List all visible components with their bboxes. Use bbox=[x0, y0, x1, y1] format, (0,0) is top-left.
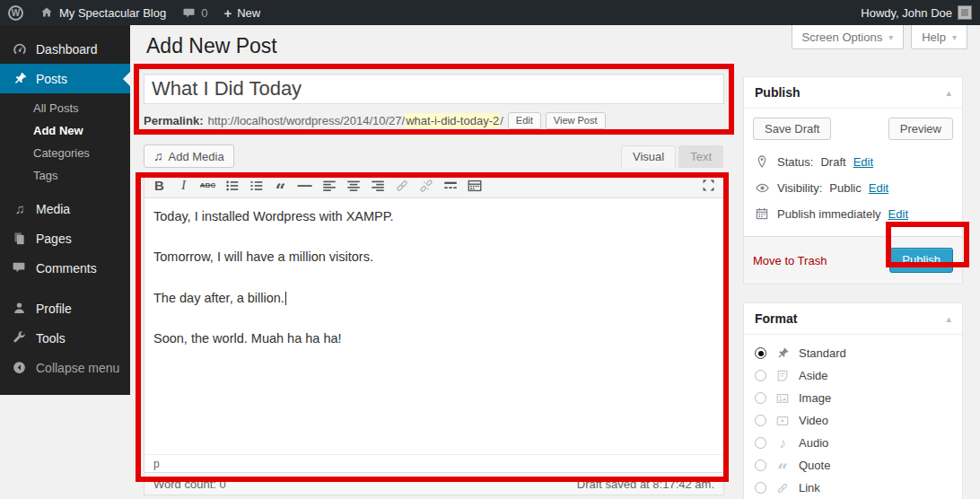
sidebar-item-label: Pages bbox=[36, 232, 72, 246]
strikethrough-button[interactable]: ABC bbox=[196, 175, 220, 197]
radio-button[interactable] bbox=[755, 460, 766, 471]
save-draft-button[interactable]: Save Draft bbox=[753, 118, 831, 140]
edit-permalink-button[interactable]: Edit bbox=[508, 112, 541, 129]
tab-visual[interactable]: Visual bbox=[621, 145, 676, 168]
italic-button[interactable]: I bbox=[171, 175, 196, 197]
align-right-button[interactable] bbox=[365, 175, 389, 197]
element-path-label[interactable]: p bbox=[153, 458, 160, 470]
editor-content[interactable]: Today, I installed Wordpress with XAMPP.… bbox=[144, 198, 723, 454]
sidebar-item-posts[interactable]: Posts bbox=[0, 64, 130, 93]
format-option-audio[interactable]: ♪ Audio bbox=[755, 432, 951, 454]
visibility-row: Visibility: Public Edit bbox=[753, 175, 953, 201]
avatar bbox=[958, 5, 972, 20]
publish-box-body: Save Draft Preview Status: Draft Edit bbox=[744, 109, 962, 231]
view-post-button[interactable]: View Post bbox=[546, 112, 606, 129]
admin-bar: W My Spectacular Blog 0 + New Howdy, Joh… bbox=[0, 0, 980, 25]
collapse-toggle-icon[interactable]: ▴ bbox=[946, 313, 951, 325]
radio-button[interactable] bbox=[755, 437, 766, 449]
profile-icon bbox=[12, 301, 28, 317]
edit-visibility-link[interactable]: Edit bbox=[869, 181, 888, 195]
format-box-title: Format bbox=[755, 311, 797, 326]
word-count: Word count: 0 bbox=[153, 477, 226, 491]
my-account-menu[interactable]: Howdy, John Doe bbox=[853, 0, 980, 25]
sidebar-item-profile[interactable]: Profile bbox=[0, 293, 130, 323]
format-option-video[interactable]: Video bbox=[755, 409, 951, 432]
audio-icon: ♪ bbox=[774, 435, 791, 451]
page-title: Add New Post bbox=[146, 34, 277, 58]
sidebar-item-categories[interactable]: Categories bbox=[0, 142, 130, 164]
status-label: Status: bbox=[777, 155, 813, 169]
format-option-image[interactable]: Image bbox=[755, 387, 951, 409]
unlink-icon bbox=[418, 178, 434, 194]
new-content-menu[interactable]: + New bbox=[215, 0, 268, 25]
blockquote-icon: “ bbox=[276, 186, 286, 195]
format-option-quote[interactable]: “ Quote bbox=[755, 454, 951, 477]
comments-bubble-link[interactable]: 0 bbox=[174, 0, 215, 25]
publish-metabox-header[interactable]: Publish ▴ bbox=[744, 77, 962, 109]
align-left-button[interactable] bbox=[317, 175, 341, 197]
radio-button[interactable] bbox=[755, 415, 766, 426]
fullscreen-button[interactable] bbox=[696, 175, 721, 197]
screen-meta: Screen Options ▾ Help ▾ bbox=[792, 25, 967, 49]
radio-button[interactable] bbox=[755, 347, 766, 359]
edit-schedule-link[interactable]: Edit bbox=[888, 207, 908, 221]
bullet-list-button[interactable] bbox=[220, 175, 244, 197]
permalink-row: Permalink: http://localhost/wordpress/20… bbox=[144, 112, 724, 129]
add-media-button[interactable]: ♫ Add Media bbox=[144, 144, 234, 168]
preview-button[interactable]: Preview bbox=[888, 118, 953, 140]
permalink-trailing-slash: / bbox=[500, 114, 503, 127]
add-media-label: Add Media bbox=[169, 150, 224, 163]
sidebar-item-add-new[interactable]: Add New bbox=[0, 119, 130, 142]
help-button[interactable]: Help ▾ bbox=[911, 25, 967, 49]
sidebar-item-tags[interactable]: Tags bbox=[0, 164, 130, 187]
more-tag-button[interactable] bbox=[438, 175, 462, 197]
bold-button[interactable]: B bbox=[147, 175, 171, 197]
sidebar-item-label: Media bbox=[36, 202, 70, 216]
site-name-link[interactable]: My Spectacular Blog bbox=[31, 0, 174, 25]
toolbar-toggle-button[interactable] bbox=[462, 175, 486, 197]
tab-text[interactable]: Text bbox=[678, 145, 723, 168]
wordpress-logo-menu[interactable]: W bbox=[0, 0, 31, 25]
editor-paragraph-text: The day after, a billion. bbox=[153, 291, 284, 305]
editor-element-path: p bbox=[144, 454, 723, 472]
format-metabox-header[interactable]: Format ▴ bbox=[744, 303, 962, 335]
post-title-input[interactable] bbox=[144, 74, 724, 104]
sidebar-item-label: Profile bbox=[36, 302, 72, 316]
screen-options-button[interactable]: Screen Options ▾ bbox=[792, 25, 905, 49]
strikethrough-icon: ABC bbox=[200, 181, 215, 189]
format-option-aside[interactable]: Aside bbox=[755, 364, 951, 387]
sidebar-item-comments[interactable]: Comments bbox=[0, 253, 130, 283]
format-option-link[interactable]: Link bbox=[755, 477, 951, 499]
visual-editor: B I ABC “ — bbox=[144, 172, 724, 473]
publish-button[interactable]: Publish bbox=[889, 248, 953, 273]
move-to-trash-link[interactable]: Move to Trash bbox=[753, 254, 827, 267]
radio-button[interactable] bbox=[755, 370, 766, 381]
blockquote-button[interactable]: “ bbox=[268, 175, 293, 197]
sidebar-item-all-posts[interactable]: All Posts bbox=[0, 97, 130, 119]
sidebar-item-dashboard[interactable]: Dashboard bbox=[0, 34, 130, 64]
italic-icon: I bbox=[181, 178, 186, 193]
remove-link-button[interactable] bbox=[414, 175, 438, 197]
sidebar-item-media[interactable]: ♫ Media bbox=[0, 194, 130, 223]
permalink-slug[interactable]: what-i-did-today-2 bbox=[405, 113, 500, 128]
radio-button[interactable] bbox=[755, 392, 766, 404]
publish-metabox: Publish ▴ Save Draft Preview Status: Dra… bbox=[743, 76, 963, 285]
horizontal-rule-button[interactable]: — bbox=[293, 175, 317, 197]
admin-menu: Dashboard Posts All Posts Add New Catego… bbox=[0, 25, 130, 395]
format-option-label: Link bbox=[799, 481, 820, 495]
numbered-list-button[interactable] bbox=[244, 175, 268, 197]
radio-button[interactable] bbox=[755, 482, 766, 494]
sidebar-item-pages[interactable]: Pages bbox=[0, 223, 130, 253]
sidebar-item-collapse-menu[interactable]: Collapse menu bbox=[0, 353, 130, 382]
sidebar-item-tools[interactable]: Tools bbox=[0, 323, 130, 353]
insert-link-button[interactable] bbox=[389, 175, 414, 197]
collapse-toggle-icon[interactable]: ▴ bbox=[946, 87, 951, 99]
edit-status-link[interactable]: Edit bbox=[853, 155, 873, 169]
schedule-label: Publish immediately bbox=[777, 207, 881, 221]
horizontal-rule-icon: — bbox=[298, 178, 312, 194]
bold-icon: B bbox=[154, 178, 164, 193]
align-center-button[interactable] bbox=[341, 175, 365, 197]
sidebar-item-label: Collapse menu bbox=[36, 361, 119, 375]
editor-paragraph: Tomorrow, I will have a million visitors… bbox=[153, 250, 714, 265]
format-option-standard[interactable]: Standard bbox=[755, 342, 951, 364]
